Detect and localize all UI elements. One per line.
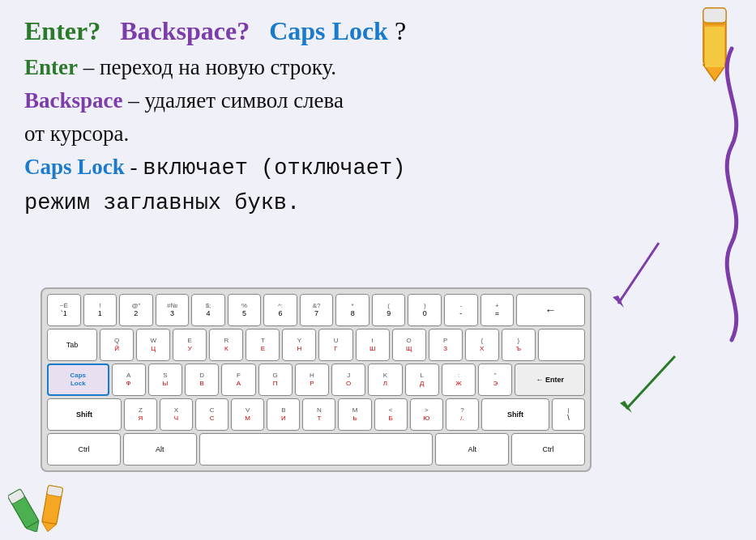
key-enter[interactable]: ← Enter: [515, 364, 585, 396]
key-slash[interactable]: ?/.: [446, 398, 479, 431]
backspace-desc-text2: от курсора.: [24, 121, 129, 146]
key-j[interactable]: JО: [331, 364, 365, 396]
backspace-desc-text: удаляет символ слева: [145, 88, 344, 113]
arrow-backspace-icon: [602, 239, 667, 312]
key-i[interactable]: IШ: [356, 329, 390, 361]
key-minus[interactable]: --: [444, 294, 478, 326]
svg-line-15: [626, 356, 675, 409]
enter-dash: –: [83, 55, 100, 79]
capslock-desc-text: включает (отключает): [143, 156, 405, 181]
keyboard-row-4: Shift ZЯ XЧ CС VМ BИ NТ MЬ <Б: [47, 398, 585, 431]
svg-marker-16: [620, 401, 632, 413]
key-e[interactable]: EУ: [173, 329, 207, 361]
key-o[interactable]: OЩ: [392, 329, 426, 361]
keyboard: ~Ё`1 !1 @"2 #№3 $;4 %5 ^:6 &?7: [41, 287, 592, 472]
key-equals[interactable]: +=: [481, 294, 515, 326]
key-ctrl-right[interactable]: Ctrl: [511, 433, 585, 466]
backspace-description-line2: от курсора.: [24, 118, 689, 150]
key-period[interactable]: >Ю: [410, 398, 443, 431]
keyboard-row-3: CapsLock AФ SЫ DВ FА GП HР JО: [47, 364, 585, 396]
key-semicolon[interactable]: :Ж: [442, 364, 476, 396]
key-space[interactable]: [199, 433, 434, 466]
key-l[interactable]: LД: [405, 364, 439, 396]
key-9[interactable]: (9: [372, 294, 406, 326]
key-ctrl-left[interactable]: Ctrl: [47, 433, 121, 466]
key-s[interactable]: SЫ: [148, 364, 182, 396]
key-y[interactable]: YН: [282, 329, 316, 361]
key-c[interactable]: CС: [195, 398, 229, 431]
capslock-dash: -: [130, 155, 143, 179]
key-p[interactable]: PЗ: [429, 329, 463, 361]
key-7[interactable]: &?7: [300, 294, 334, 326]
enter-keyword: Enter: [24, 55, 78, 79]
enter-title: Enter?: [24, 16, 100, 45]
key-backslash[interactable]: |\: [552, 398, 585, 431]
title-line: Enter? Backspace? Caps Lock ?: [24, 15, 689, 49]
key-g[interactable]: GП: [258, 364, 293, 396]
key-r[interactable]: RК: [209, 329, 243, 361]
backspace-dash: –: [128, 88, 144, 113]
crayon-bottom-left-icon: [8, 475, 89, 532]
backspace-keyword: Backspace: [24, 88, 123, 113]
key-backspace[interactable]: ←: [516, 294, 585, 326]
capslock-title: Caps Lock: [269, 16, 388, 45]
enter-desc-text: переход на новую строку.: [100, 55, 336, 79]
key-b[interactable]: BИ: [267, 398, 300, 431]
key-k[interactable]: KЛ: [368, 364, 402, 396]
key-comma[interactable]: <Б: [374, 398, 408, 431]
key-n[interactable]: NТ: [302, 398, 335, 431]
key-0[interactable]: )0: [408, 294, 442, 326]
key-5[interactable]: %5: [228, 294, 262, 326]
backspace-description: Backspace – удаляет символ слева: [24, 85, 689, 117]
key-2[interactable]: @"2: [119, 294, 153, 326]
key-v[interactable]: VМ: [231, 398, 264, 431]
key-8[interactable]: *8: [335, 294, 369, 326]
capslock-desc-text2: режим заглавных букв.: [24, 191, 300, 215]
key-t[interactable]: TЕ: [246, 329, 280, 361]
svg-rect-1: [703, 8, 726, 23]
key-3[interactable]: #№3: [156, 294, 190, 326]
question-mark: ?: [395, 16, 406, 45]
svg-line-13: [618, 243, 659, 304]
keyboard-diagram: ~Ё`1 !1 @"2 #№3 $;4 %5 ^:6 &?7: [41, 287, 592, 472]
keyboard-row-5: Ctrl Alt Alt Ctrl: [47, 433, 585, 466]
key-tab[interactable]: Tab: [47, 329, 97, 361]
keyboard-row-1: ~Ё`1 !1 @"2 #№3 $;4 %5 ^:6 &?7: [47, 294, 585, 326]
backspace-title: Backspace?: [120, 16, 250, 45]
key-w[interactable]: WЦ: [136, 329, 170, 361]
arrow-enter-icon: [610, 348, 691, 421]
capslock-description: Caps Lock - включает (отключает): [24, 151, 689, 185]
key-h[interactable]: HР: [295, 364, 329, 396]
key-backslash-row2[interactable]: [538, 329, 585, 361]
key-m[interactable]: MЬ: [338, 398, 371, 431]
svg-rect-3: [705, 23, 724, 25]
key-4[interactable]: $;4: [191, 294, 225, 326]
key-caps-lock[interactable]: CapsLock: [47, 364, 109, 396]
key-d[interactable]: DВ: [185, 364, 219, 396]
key-alt-right[interactable]: Alt: [435, 433, 509, 466]
key-6[interactable]: ^:6: [263, 294, 297, 326]
key-u[interactable]: UГ: [318, 329, 352, 361]
key-alt-left[interactable]: Alt: [123, 433, 197, 466]
key-lbracket[interactable]: {Х: [465, 329, 499, 361]
key-q[interactable]: QЙ: [100, 329, 134, 361]
key-tilde[interactable]: ~Ё`1: [47, 294, 81, 326]
key-shift-left[interactable]: Shift: [47, 398, 122, 431]
key-x[interactable]: XЧ: [160, 398, 193, 431]
key-z[interactable]: ZЯ: [124, 398, 157, 431]
capslock-description-line2: режим заглавных букв.: [24, 186, 689, 219]
squiggle-right-icon: [707, 40, 752, 364]
enter-description: Enter – переход на новую строку.: [24, 52, 689, 83]
capslock-keyword: Caps Lock: [24, 155, 125, 179]
key-1[interactable]: !1: [83, 294, 117, 326]
main-content: Enter? Backspace? Caps Lock ? Enter – пе…: [24, 15, 689, 221]
key-quote[interactable]: "Э: [478, 364, 512, 396]
key-f[interactable]: FА: [221, 364, 255, 396]
keyboard-row-2: Tab QЙ WЦ EУ RК TЕ YН UГ IШ: [47, 329, 585, 361]
key-rbracket[interactable]: }Ъ: [502, 329, 536, 361]
key-a[interactable]: AФ: [112, 364, 146, 396]
key-shift-right[interactable]: Shift: [481, 398, 549, 431]
